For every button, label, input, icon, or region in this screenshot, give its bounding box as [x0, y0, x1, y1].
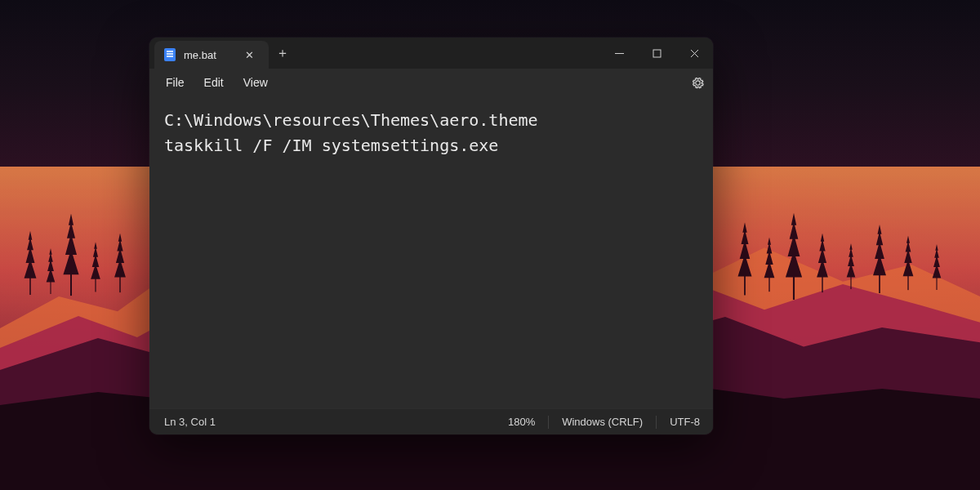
statusbar: Ln 3, Col 1 180% Windows (CRLF) UTF-8: [149, 408, 713, 434]
status-line-endings[interactable]: Windows (CRLF): [549, 409, 656, 434]
menu-view[interactable]: View: [235, 72, 276, 93]
close-icon: [690, 49, 699, 58]
titlebar-drag-region[interactable]: [296, 38, 600, 69]
menubar: File Edit View: [149, 69, 713, 96]
svg-rect-0: [653, 50, 661, 57]
minimize-button[interactable]: [600, 38, 638, 69]
menu-file[interactable]: File: [158, 72, 193, 93]
close-button[interactable]: [675, 38, 713, 69]
editor-line: taskkill /F /IM systemsettings.exe: [164, 136, 498, 155]
maximize-icon: [653, 49, 662, 58]
notepad-window: me.bat ✕ ＋ File Edit View: [149, 38, 713, 434]
editor-line: C:\Windows\resources\Themes\aero.theme: [164, 110, 538, 130]
new-tab-button[interactable]: ＋: [269, 38, 296, 69]
status-zoom[interactable]: 180%: [495, 409, 548, 434]
titlebar[interactable]: me.bat ✕ ＋: [149, 38, 713, 69]
maximize-button[interactable]: [638, 38, 675, 69]
minimize-icon: [615, 49, 624, 58]
tab-title: me.bat: [184, 49, 216, 61]
gear-icon: [691, 76, 705, 90]
editor-text-area[interactable]: C:\Windows\resources\Themes\aero.theme t…: [149, 96, 713, 408]
desktop-wallpaper: me.bat ✕ ＋ File Edit View: [0, 0, 980, 490]
status-encoding[interactable]: UTF-8: [657, 409, 700, 434]
menu-edit[interactable]: Edit: [196, 72, 232, 93]
settings-button[interactable]: [691, 76, 705, 90]
document-icon: [164, 48, 176, 61]
tab-active[interactable]: me.bat ✕: [154, 41, 269, 69]
status-cursor-position[interactable]: Ln 3, Col 1: [164, 409, 229, 434]
tab-close-button[interactable]: ✕: [242, 47, 257, 64]
